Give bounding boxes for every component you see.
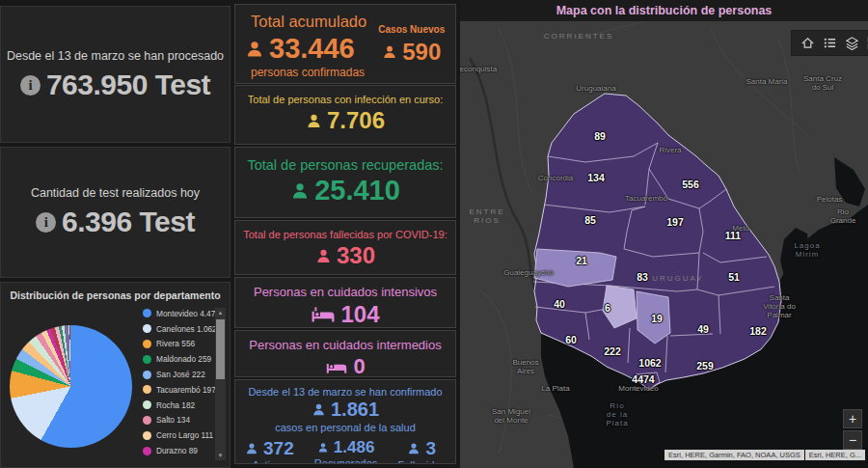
info-icon[interactable]: i — [20, 75, 41, 96]
icu-bed-icon — [311, 307, 336, 323]
legend-item[interactable]: Rocha 182 — [143, 398, 216, 413]
place-label: Lagoa Mirim — [794, 241, 820, 259]
layers-icon[interactable] — [844, 36, 859, 51]
health-staff-value: 1.861 — [331, 399, 379, 421]
map-toolbar — [791, 30, 868, 56]
place-label: Reconquista — [460, 65, 497, 73]
dept-label-colonia: 60 — [565, 334, 577, 345]
dashboard: Desde el 13 de marzo se han procesado i … — [0, 0, 868, 468]
place-label: La Plata — [541, 384, 569, 393]
legend-swatch — [143, 355, 151, 364]
legend-swatch — [143, 400, 151, 409]
place-label: Rio Grande — [830, 207, 856, 225]
place-label: Concordia — [538, 174, 573, 182]
place-label: Pelotas — [817, 195, 843, 204]
pie-chart-title: Distribución de personas por departament… — [1, 289, 230, 301]
dept-label-lavalleja: 49 — [697, 323, 709, 335]
legend-label: Montevideo 4.474 — [156, 309, 220, 318]
person-icon — [407, 442, 420, 455]
dept-label-florida: 19 — [651, 313, 663, 324]
place-label: CORRIENTES — [544, 32, 613, 41]
total-accumulated-subtitle: personas confirmadas — [245, 66, 373, 79]
legend-icon[interactable] — [822, 36, 837, 51]
person-icon — [245, 40, 264, 59]
legend-label: Cerro Largo 111 — [156, 430, 213, 440]
place-label: URUGUAY — [652, 274, 703, 283]
legend-label: Durazno 89 — [156, 446, 198, 455]
map-attribution: Esri, HERE, Garmin, FAO, NOAA, USGS Esri… — [665, 450, 865, 460]
place-label: Buenos Aires — [512, 358, 538, 375]
dept-label-cerro-largo: 111 — [725, 230, 741, 241]
legend-label: Tacuarembó 197 — [156, 385, 216, 395]
icu-value: 104 — [340, 301, 379, 328]
legend-item[interactable]: Tacuarembó 197 — [143, 382, 216, 398]
legend-item[interactable]: Salto 134 — [143, 413, 216, 428]
tests-today-value: i 6.396 Test — [1, 206, 230, 238]
deceased-card: Total de personas fallecidas por COVID-1… — [234, 220, 456, 275]
person-icon — [315, 248, 332, 264]
new-cases-value: 590 — [402, 39, 441, 66]
dept-label-durazno: 83 — [637, 271, 648, 283]
dept-label-tacuarembo: 197 — [666, 216, 684, 228]
legend-swatch — [143, 416, 151, 425]
place-label: San Miguel del Monte — [492, 407, 530, 425]
zoom-out-button[interactable]: − — [843, 430, 862, 450]
legend-label: Rocha 182 — [156, 400, 195, 410]
dept-label-paysandu: 85 — [584, 214, 596, 226]
dept-label-rocha: 182 — [749, 325, 767, 337]
total-accumulated-card: Total acumulado 33.446 personas confirma… — [234, 4, 456, 84]
bed-icon — [325, 360, 348, 374]
person-icon — [317, 442, 329, 454]
place-label: Río de la Plata — [606, 401, 628, 428]
intermediate-care-card: Personas en cuidados intermedios 0 — [234, 330, 456, 377]
attribution-primary: Esri, HERE, Garmin, FAO, NOAA, USGS — [665, 450, 804, 460]
dept-label-soriano: 40 — [554, 298, 565, 310]
total-accumulated-value: 33.446 — [269, 33, 355, 65]
intermediate-care-title: Personas en cuidados intermedios — [235, 338, 455, 352]
legend-swatch — [143, 371, 151, 379]
legend-label: Canelones 1.062 — [156, 324, 217, 334]
place-label: Montevideo — [618, 384, 658, 393]
legend-item[interactable]: San José 222 — [143, 367, 216, 382]
scrollbar-thumb[interactable] — [216, 319, 225, 379]
dept-label-artigas: 89 — [594, 130, 606, 142]
zoom-in-button[interactable]: + — [843, 409, 862, 428]
total-accumulated-title: Total acumulado — [245, 13, 373, 31]
dept-label-san-jose: 222 — [604, 345, 621, 357]
active-infections-value: 7.706 — [327, 107, 385, 134]
place-label: Santa Cruz do Sul — [803, 74, 842, 92]
person-icon — [312, 402, 326, 417]
legend-item[interactable]: Montevideo 4.474 — [143, 306, 216, 321]
scroll-down-icon[interactable]: ▼ — [215, 451, 226, 460]
legend-item[interactable]: Rivera 556 — [143, 337, 216, 352]
department-distribution-panel: Distribución de personas por departament… — [0, 282, 231, 468]
home-icon[interactable] — [800, 36, 815, 51]
intermediate-care-value: 0 — [353, 354, 365, 377]
legend-item[interactable]: Durazno 89 — [143, 443, 216, 458]
legend-item[interactable]: Cerro Largo 111 — [143, 427, 216, 443]
scroll-up-icon[interactable]: ▲ — [215, 308, 226, 317]
dept-label-salto: 134 — [587, 172, 605, 183]
dept-label-rivera: 556 — [682, 179, 699, 190]
legend-swatch — [143, 447, 151, 455]
legend-scrollbar[interactable]: ▲ ▼ — [215, 308, 226, 460]
recovered-card: Total de personas recuperadas: 25.410 — [234, 147, 456, 218]
place-label: ENTRE RIOS — [469, 207, 504, 225]
recovered-value: 25.410 — [314, 175, 400, 206]
person-icon — [290, 181, 310, 201]
dept-label-treinta-y-tres: 51 — [728, 271, 740, 283]
legend-label: Maldonado 259 — [156, 354, 211, 364]
legend-swatch — [143, 324, 151, 333]
health-staff-recovered: 1.486 Recuperados — [314, 437, 377, 464]
tests-today-title: Cantidad de test realizados hoy — [1, 186, 230, 200]
dept-label-rio-negro: 21 — [576, 255, 587, 266]
pie-chart[interactable] — [10, 325, 132, 448]
health-staff-active: 372 Activos — [245, 437, 294, 464]
legend-item[interactable]: Canelones 1.062 — [143, 321, 216, 337]
place-label: Tacuarembó — [625, 194, 667, 203]
info-icon[interactable]: i — [36, 212, 56, 233]
deceased-title: Total de personas fallecidas por COVID-1… — [235, 229, 455, 240]
recovered-title: Total de personas recuperadas: — [235, 157, 455, 173]
legend-item[interactable]: Maldonado 259 — [143, 351, 216, 367]
map-canvas[interactable]: 8913455685197111218351406194918260222106… — [460, 0, 868, 468]
